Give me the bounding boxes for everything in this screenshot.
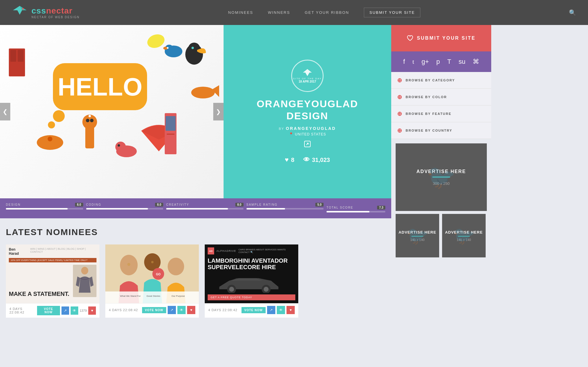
- heart-icon-sidebar: [407, 35, 413, 41]
- like-button-3[interactable]: ♥: [286, 306, 295, 314]
- hero-prev-button[interactable]: ❮: [0, 103, 10, 120]
- site-stats: ♥ 8 👁 31,023: [285, 156, 330, 164]
- vote-button-3[interactable]: VOTE NOW: [241, 307, 266, 313]
- ad-small-bird-2: 🐦: [453, 225, 475, 246]
- ad-small-1[interactable]: 🐦 ADVERTISE HERE 140 x 140: [396, 214, 439, 257]
- share-button-3[interactable]: ↗: [267, 306, 275, 314]
- ad-section: 🐦 ADVERTISE HERE 300 x 250 🐦 ADVERTISE H…: [391, 139, 491, 262]
- svg-point-25: [167, 47, 169, 49]
- browse-country-label: BROWSE BY COUNTRY: [406, 129, 452, 132]
- creativity-score: CREATIVITY 8.0: [166, 203, 244, 212]
- nominee-3-actions: VOTE NOW ↗ 👁 ♥: [241, 306, 295, 314]
- svg-text:Our Purpose: Our Purpose: [171, 295, 185, 297]
- view-button-2[interactable]: 👁: [177, 306, 186, 314]
- stumbleupon-icon[interactable]: su: [459, 58, 465, 66]
- share-button-1[interactable]: ↗: [61, 306, 69, 315]
- total-bar: [327, 211, 369, 212]
- logo-tagline: NECTAR OF WEB DESIGN: [31, 16, 80, 19]
- sidebar: SUBMIT YOUR SITE f t g+ p T su ⌘ ⊕ BROWS…: [391, 25, 491, 326]
- plus-icon-feature: ⊕: [397, 110, 402, 117]
- twitter-icon[interactable]: t: [412, 58, 414, 66]
- likes-count: 8: [291, 157, 294, 163]
- svg-point-21: [89, 115, 91, 117]
- nav-nominees[interactable]: NOMINEES: [228, 10, 253, 15]
- rss-icon[interactable]: ⌘: [473, 58, 479, 66]
- browse-feature-label: BROWSE BY FEATURE: [406, 112, 452, 115]
- hero-next-button[interactable]: ❯: [213, 103, 224, 120]
- content-wrapper: HELLO: [0, 25, 588, 326]
- hero-info-side: SITE OF THE DAY 18 APR 2017 ORANGEYOUGLA…: [224, 25, 391, 198]
- nominee-2-actions: VOTE NOW ↗ 👁 ♥: [142, 306, 195, 314]
- nominee-card-2: What We Stand For Good Stories Our Purpo…: [105, 244, 199, 318]
- nav-winners[interactable]: WINNERS: [268, 10, 290, 15]
- nominee-1-thumb: Ben Harad WIN | WINS | ABOUT | BLOG | BL…: [6, 244, 99, 303]
- nominee-1-header: Ben Harad WIN | WINS | ABOUT | BLOG | BL…: [9, 247, 96, 256]
- nominee-card-3: AD ALPHADRIVE CARS BRANDS ABOUT SERVICES…: [205, 244, 298, 318]
- total-score: TOTAL SCORE 7.3: [327, 206, 385, 212]
- browse-color[interactable]: ⊕ BROWSE BY COLOR: [391, 89, 491, 105]
- svg-point-39: [127, 263, 130, 266]
- sidebar-submit-button[interactable]: SUBMIT YOUR SITE: [391, 25, 491, 51]
- svg-point-9: [145, 32, 166, 50]
- svg-point-48: [229, 287, 234, 292]
- nominee-3-headline: LAMBORGHINI AVENTADOR SUPERVELECORE HIRE: [208, 257, 295, 270]
- facebook-icon[interactable]: f: [403, 58, 405, 66]
- site-of-day-badge: SITE OF THE DAY 18 APR 2017: [291, 60, 324, 92]
- nominee-2-svg: What We Stand For Good Stories Our Purpo…: [105, 244, 199, 303]
- badge-bird-icon: [302, 68, 313, 77]
- view-button-1[interactable]: 👁: [71, 306, 78, 315]
- browse-category[interactable]: ⊕ BROWSE BY CATEGORY: [391, 72, 491, 89]
- site-title: ORANGEYOUGLAD DESIGN: [235, 98, 379, 122]
- search-icon[interactable]: 🔍: [569, 9, 576, 16]
- coding-score: CODING 8.0: [86, 203, 164, 212]
- hero-image-side: HELLO: [0, 25, 224, 198]
- like-button-2[interactable]: ♥: [187, 306, 195, 314]
- ad-small-row: 🐦 ADVERTISE HERE 140 x 140 🐦 ADVERTISE H…: [396, 214, 487, 257]
- nav-submit[interactable]: SUBMIT YOUR SITE: [364, 8, 420, 17]
- creativity-bar: [166, 208, 228, 210]
- tumblr-icon[interactable]: T: [447, 58, 451, 66]
- svg-point-27: [115, 142, 126, 152]
- design-bar: [6, 208, 68, 210]
- latest-nominees-section: LATEST NOMINEES Ben Harad WIN | WINS | A…: [0, 218, 391, 326]
- svg-point-13: [53, 110, 65, 122]
- vote-button-2[interactable]: VOTE NOW: [142, 307, 166, 313]
- section-title: LATEST NOMINEES: [6, 227, 385, 237]
- nominee-1-actions: VOTE NOW ↗ 👁 1379 ♥: [37, 306, 96, 315]
- svg-point-2: [22, 8, 24, 10]
- eye-icon: 👁: [303, 156, 310, 164]
- svg-point-8: [191, 47, 194, 49]
- vote-button-1[interactable]: VOTE NOW: [37, 306, 60, 315]
- nominee-1-headline: MAKE A STATEMENT.: [9, 291, 70, 297]
- share-button-2[interactable]: ↗: [168, 306, 176, 314]
- browse-feature[interactable]: ⊕ BROWSE BY FEATURE: [391, 105, 491, 122]
- car-svg: [208, 273, 290, 293]
- nominee-1-hero: MAKE A STATEMENT.: [9, 265, 96, 297]
- like-button-1[interactable]: ♥: [88, 306, 96, 315]
- site-external-link[interactable]: [304, 141, 311, 149]
- badge-label: SITE OF THE DAY: [293, 77, 322, 80]
- logo[interactable]: cssnectar NECTAR OF WEB DESIGN: [12, 4, 80, 21]
- svg-marker-32: [303, 69, 312, 76]
- nav-ribbon[interactable]: GET YOUR RIBBON: [305, 10, 349, 15]
- header: cssnectar NECTAR OF WEB DESIGN NOMINEES …: [0, 0, 588, 25]
- nominee-3-thumb: AD ALPHADRIVE CARS BRANDS ABOUT SERVICES…: [205, 244, 298, 303]
- view-button-3[interactable]: 👁: [277, 306, 285, 314]
- ad-small-2[interactable]: 🐦 ADVERTISE HERE 140 x 140: [442, 214, 486, 257]
- browse-country[interactable]: ⊕ BROWSE BY COUNTRY: [391, 122, 491, 139]
- svg-point-50: [264, 287, 269, 292]
- site-author: ORANGEYOUGLAD: [286, 126, 336, 131]
- svg-point-28: [118, 144, 120, 147]
- coding-bar: [86, 208, 148, 210]
- plus-icon-color: ⊕: [397, 93, 402, 100]
- ad-large[interactable]: 🐦 ADVERTISE HERE 300 x 250: [396, 143, 487, 211]
- svg-rect-30: [166, 116, 176, 131]
- svg-rect-31: [167, 134, 174, 135]
- svg-point-20: [90, 119, 94, 122]
- nominee-1-image: [73, 265, 96, 297]
- pinterest-icon[interactable]: p: [436, 58, 440, 66]
- views-count: 31,023: [312, 157, 330, 163]
- site-country: 📍 UNITED STATES: [289, 132, 326, 136]
- plus-icon-category: ⊕: [397, 77, 402, 84]
- googleplus-icon[interactable]: g+: [422, 58, 429, 66]
